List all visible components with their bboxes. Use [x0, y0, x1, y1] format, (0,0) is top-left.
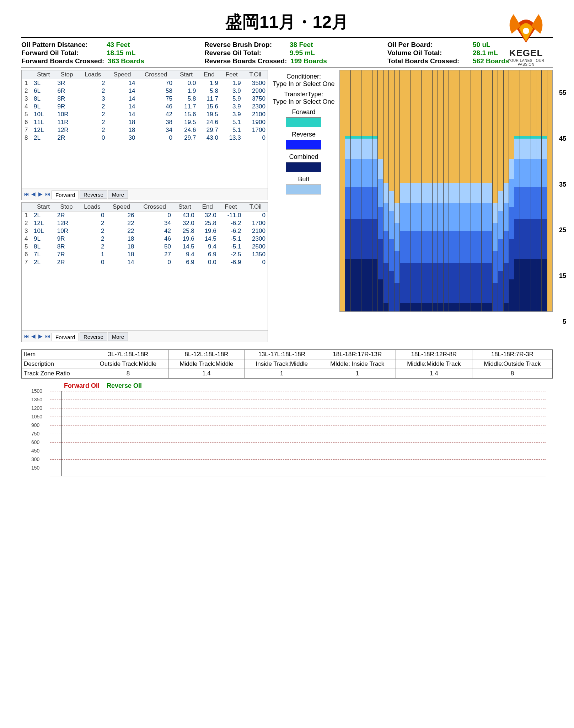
lane-board [422, 70, 427, 311]
tab-more[interactable]: More [108, 190, 128, 199]
lane-tick: 45 [559, 135, 566, 143]
nav-next-icon[interactable]: ▶ [37, 333, 44, 339]
table-row: 611L11R2183819.524.65.11900 [22, 118, 268, 126]
nav-first-icon[interactable]: ⏮ [23, 191, 29, 197]
chart-legend: Forward Oil Reverse Oil [64, 382, 553, 390]
lane-board [514, 70, 520, 311]
lane-board [454, 70, 460, 311]
lane-board [367, 70, 372, 311]
legend-swatch [286, 140, 321, 150]
svg-point-0 [523, 28, 529, 34]
lane-board [476, 70, 482, 311]
chart-ytick: 450 [31, 448, 39, 454]
lane-board [531, 70, 536, 311]
chart-ytick: 1500 [31, 388, 42, 394]
nav-prev-icon[interactable]: ◀ [30, 333, 37, 339]
lane-board [547, 70, 552, 311]
nav-last-icon[interactable]: ⏭ [44, 333, 51, 339]
table-row: 72L2R01406.90.0-6.90 [22, 258, 268, 266]
stat-value: 199 Boards [290, 57, 327, 65]
nav-next-icon[interactable]: ▶ [37, 191, 44, 197]
chart-ytick: 1200 [31, 405, 42, 411]
lane-graphic: 55453525155 [339, 70, 553, 344]
stat-label: Reverse Oil Total: [204, 49, 286, 57]
lane-board [487, 70, 493, 311]
lane-board [536, 70, 542, 311]
reverse-table: StartStopLoadsSpeedCrossedStartEndFeetT.… [21, 202, 268, 342]
stat-label: Reverse Boards Crossed: [204, 57, 287, 65]
table-row: 26L6R214581.95.83.92900 [22, 87, 268, 95]
lane-board [411, 70, 416, 311]
table-row: 58L8R2185014.59.4-5.12500 [22, 243, 268, 251]
chart-ytick: 1050 [31, 414, 42, 419]
lane-board [340, 70, 345, 311]
lane-board [509, 70, 514, 311]
table-row: 12L2R026043.032.0-11.00 [22, 212, 268, 220]
table-row: 49L9R2184619.614.5-5.12300 [22, 235, 268, 243]
lane-tick: 15 [559, 272, 566, 280]
chart-ytick: 900 [31, 422, 39, 428]
lane-board [493, 70, 498, 311]
stats-block: Oil Pattern Distance:43 FeetForward Oil … [21, 41, 553, 65]
lane-board [449, 70, 454, 311]
track-zone-table: Item3L-7L:18L-18R8L-12L:18L-18R13L-17L:1… [21, 349, 553, 379]
stat-label: Reverse Brush Drop: [204, 41, 286, 49]
lane-board [460, 70, 465, 311]
table-row: 510L10R2144215.619.53.92100 [22, 111, 268, 118]
tab-reverse[interactable]: Reverse [80, 190, 107, 199]
lane-board [372, 70, 378, 311]
forward-table: StartStopLoadsSpeedCrossedStartEndFeetT.… [21, 70, 268, 200]
tab-reverse[interactable]: Reverse [80, 332, 107, 341]
tab-forward[interactable]: Forward [52, 191, 79, 199]
stat-value: 50 uL [473, 41, 490, 49]
nav-prev-icon[interactable]: ◀ [30, 191, 37, 197]
tab-more[interactable]: More [108, 332, 128, 341]
tab-forward[interactable]: Forward [52, 333, 79, 341]
stat-value: 18.15 mL [107, 49, 135, 57]
chart-ytick: 750 [31, 431, 39, 437]
lane-board [427, 70, 433, 311]
table-row: 49L9R2144611.715.63.92300 [22, 103, 268, 111]
chart-ytick: 300 [31, 456, 39, 462]
nav-first-icon[interactable]: ⏮ [23, 333, 29, 339]
stat-label: Volume Oil Total: [387, 49, 469, 57]
lane-board [520, 70, 525, 311]
lane-tick: 55 [559, 89, 566, 97]
lane-board [465, 70, 471, 311]
nav-last-icon[interactable]: ⏭ [44, 191, 51, 197]
table-row: 310L10R2224225.819.6-6.22100 [22, 227, 268, 235]
stat-label: Total Boards Crossed: [387, 57, 469, 65]
lane-tick: 25 [559, 226, 566, 234]
lane-board [345, 70, 350, 311]
lane-board [438, 70, 443, 311]
stat-value: 38 Feet [290, 41, 313, 49]
lane-board [405, 70, 411, 311]
lane-board [356, 70, 361, 311]
chart-ytick: 1350 [31, 397, 42, 402]
lane-board [378, 70, 383, 311]
stat-value: 28.1 mL [473, 49, 498, 57]
legend-swatch [286, 184, 321, 194]
page-title: 盛岡11月・12月 [225, 12, 349, 31]
kegel-logo: KEGEL YOUR LANES | OUR PASSION [499, 7, 553, 66]
lane-board [525, 70, 531, 311]
stat-value: 43 Feet [107, 41, 130, 49]
lane-board [542, 70, 547, 311]
lane-board [389, 70, 394, 311]
lane-board [504, 70, 509, 311]
legend-swatch [286, 162, 321, 172]
stat-label: Oil Per Board: [387, 41, 469, 49]
stat-value: 9.95 mL [290, 49, 315, 57]
lane-board [498, 70, 503, 311]
lane-board [361, 70, 367, 311]
lane-board [471, 70, 476, 311]
lane-board [416, 70, 422, 311]
table-row: 712L12R2183424.629.75.11700 [22, 126, 268, 134]
stat-label: Forward Boards Crossed: [21, 57, 104, 65]
lane-board [444, 70, 449, 311]
stat-label: Oil Pattern Distance: [21, 41, 103, 49]
table-row: 212L12R2223432.025.8-6.21700 [22, 219, 268, 227]
oil-bar-chart: 1503004506007509001050120013501500 [50, 391, 553, 476]
lane-tick: 35 [559, 181, 566, 188]
stat-value: 363 Boards [108, 57, 144, 65]
